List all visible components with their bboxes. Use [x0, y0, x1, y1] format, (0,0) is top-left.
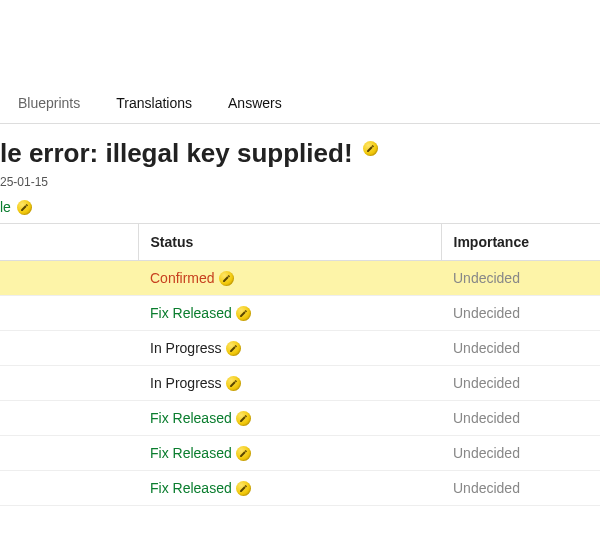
status-cell: Confirmed: [138, 261, 441, 296]
status-label: Fix Released: [150, 480, 232, 496]
edit-affects-icon[interactable]: [17, 200, 32, 215]
table-row: Fix ReleasedUndecided: [0, 401, 600, 436]
table-row: ConfirmedUndecided: [0, 261, 600, 296]
status-value[interactable]: Fix Released: [150, 410, 251, 426]
status-cell: In Progress: [138, 366, 441, 401]
importance-cell[interactable]: Undecided: [441, 331, 600, 366]
status-value[interactable]: In Progress: [150, 340, 241, 356]
edit-status-icon[interactable]: [236, 481, 251, 496]
importance-cell[interactable]: Undecided: [441, 436, 600, 471]
status-value[interactable]: Fix Released: [150, 480, 251, 496]
row-leading-cell: [0, 366, 138, 401]
status-cell: Fix Released: [138, 296, 441, 331]
bug-tasks-table: Status Importance ConfirmedUndecidedFix …: [0, 223, 600, 506]
tab-bar: Blueprints Translations Answers: [0, 85, 600, 124]
edit-status-icon[interactable]: [236, 411, 251, 426]
affects-link[interactable]: le: [0, 199, 32, 223]
edit-status-icon[interactable]: [226, 376, 241, 391]
status-cell: Fix Released: [138, 471, 441, 506]
column-header-blank: [0, 224, 138, 261]
status-cell: In Progress: [138, 331, 441, 366]
row-leading-cell: [0, 436, 138, 471]
status-label: In Progress: [150, 375, 222, 391]
status-value[interactable]: In Progress: [150, 375, 241, 391]
importance-cell[interactable]: Undecided: [441, 366, 600, 401]
status-label: In Progress: [150, 340, 222, 356]
affects-link-label: le: [0, 199, 11, 215]
table-row: Fix ReleasedUndecided: [0, 436, 600, 471]
importance-cell[interactable]: Undecided: [441, 471, 600, 506]
importance-cell[interactable]: Undecided: [441, 261, 600, 296]
row-leading-cell: [0, 331, 138, 366]
edit-status-icon[interactable]: [219, 271, 234, 286]
row-leading-cell: [0, 261, 138, 296]
edit-status-icon[interactable]: [226, 341, 241, 356]
reported-date: 25-01-15: [0, 173, 600, 199]
status-value[interactable]: Fix Released: [150, 305, 251, 321]
status-value[interactable]: Confirmed: [150, 270, 234, 286]
row-leading-cell: [0, 471, 138, 506]
table-row: Fix ReleasedUndecided: [0, 296, 600, 331]
importance-cell[interactable]: Undecided: [441, 296, 600, 331]
edit-status-icon[interactable]: [236, 446, 251, 461]
status-cell: Fix Released: [138, 436, 441, 471]
status-label: Confirmed: [150, 270, 215, 286]
edit-status-icon[interactable]: [236, 306, 251, 321]
status-value[interactable]: Fix Released: [150, 445, 251, 461]
page-title: le error: illegal key supplied!: [0, 124, 353, 173]
column-header-importance: Importance: [441, 224, 600, 261]
status-label: Fix Released: [150, 445, 232, 461]
tab-blueprints[interactable]: Blueprints: [0, 85, 98, 123]
row-leading-cell: [0, 401, 138, 436]
edit-title-icon[interactable]: [363, 141, 378, 156]
status-label: Fix Released: [150, 305, 232, 321]
column-header-status: Status: [138, 224, 441, 261]
row-leading-cell: [0, 296, 138, 331]
status-label: Fix Released: [150, 410, 232, 426]
importance-cell[interactable]: Undecided: [441, 401, 600, 436]
tab-answers[interactable]: Answers: [210, 85, 300, 123]
table-row: Fix ReleasedUndecided: [0, 471, 600, 506]
tab-translations[interactable]: Translations: [98, 85, 210, 123]
table-row: In ProgressUndecided: [0, 366, 600, 401]
table-row: In ProgressUndecided: [0, 331, 600, 366]
status-cell: Fix Released: [138, 401, 441, 436]
